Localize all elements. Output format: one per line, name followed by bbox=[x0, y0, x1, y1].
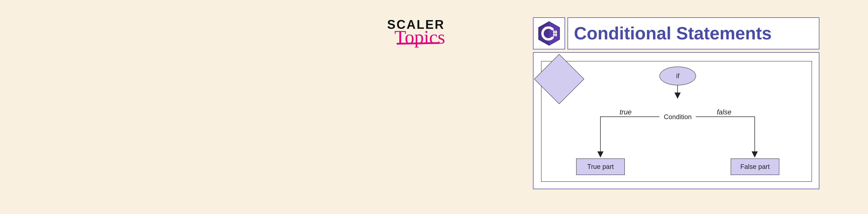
logo-line2-text: Topics bbox=[395, 27, 445, 48]
false-part-box: False part bbox=[731, 158, 779, 175]
edge-label-true: true bbox=[620, 108, 631, 116]
condition-label: Condition bbox=[653, 112, 702, 122]
true-part-label: True part bbox=[587, 163, 614, 171]
stage: SCALER Topics bbox=[0, 0, 868, 214]
edge-label-false: false bbox=[717, 108, 732, 116]
csharp-icon-cell bbox=[533, 17, 565, 49]
condition-diamond-node bbox=[534, 54, 584, 104]
if-label: if bbox=[676, 72, 679, 80]
if-ellipse-node: if bbox=[659, 67, 696, 85]
false-part-label: False part bbox=[740, 163, 770, 171]
diagram-cell: if Condition true false True part False … bbox=[533, 52, 819, 189]
flowchart: if Condition true false True part False … bbox=[541, 61, 812, 182]
diagram-card: Conditional Statements if Condition true… bbox=[533, 17, 819, 189]
scaler-topics-logo: SCALER Topics bbox=[387, 18, 477, 47]
logo-line2: Topics bbox=[395, 28, 477, 47]
card-header: Conditional Statements bbox=[533, 17, 819, 49]
card-title: Conditional Statements bbox=[567, 17, 819, 49]
csharp-icon bbox=[538, 21, 560, 46]
true-part-box: True part bbox=[576, 158, 625, 175]
